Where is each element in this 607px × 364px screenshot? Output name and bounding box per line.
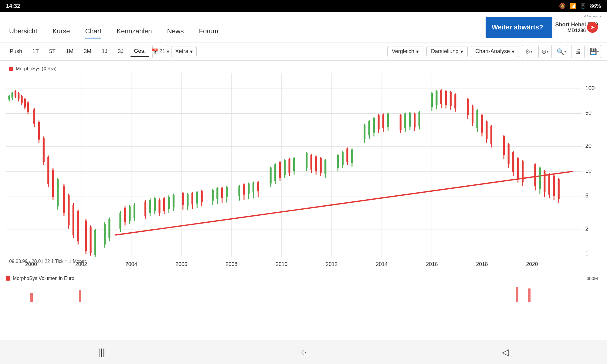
ad-right-panel: Short Hebel 5,00 MD1236 ➤ (552, 17, 601, 38)
timeframe-push[interactable]: Push (6, 46, 26, 56)
svg-rect-131 (253, 183, 254, 192)
svg-rect-61 (47, 157, 49, 184)
chart-analyse-dropdown[interactable]: Chart-Analyse ▾ (471, 46, 519, 57)
svg-rect-205 (481, 115, 483, 133)
bottom-navigation: ||| ○ ◁ (0, 340, 607, 364)
svg-rect-105 (173, 195, 175, 207)
tab-chart[interactable]: Chart (85, 25, 101, 39)
timeframe-1t[interactable]: 1T (29, 46, 42, 56)
svg-rect-157 (337, 155, 339, 168)
svg-rect-109 (187, 194, 188, 206)
svg-text:50: 50 (585, 110, 592, 116)
svg-rect-63 (52, 170, 54, 197)
zoom-in-button[interactable]: 🔍 ▾ (555, 45, 568, 58)
svg-rect-49 (21, 96, 22, 103)
volume-section: MorphoSys Volumen in Euro 600M (0, 273, 607, 303)
home-icon[interactable]: ○ (301, 347, 306, 357)
svg-rect-197 (454, 94, 456, 108)
svg-rect-199 (467, 99, 469, 115)
svg-rect-225 (544, 171, 545, 192)
settings-button[interactable]: ⚙ ▾ (522, 45, 535, 58)
svg-rect-213 (508, 144, 510, 164)
svg-rect-209 (490, 126, 492, 144)
share-button[interactable]: ⊕ ▾ (538, 45, 552, 58)
volume-scale-label: 600M (586, 276, 598, 281)
svg-rect-149 (310, 155, 312, 169)
svg-rect-153 (320, 158, 322, 173)
tab-uebersicht[interactable]: Übersicht (9, 25, 37, 39)
svg-text:2010: 2010 (276, 261, 287, 267)
svg-rect-65 (57, 179, 59, 206)
svg-rect-181 (409, 113, 411, 126)
svg-text:2: 2 (585, 225, 588, 232)
ad-widget[interactable]: Weiter abwärts? Short Hebel 5,00 MD1236 … (486, 17, 601, 38)
svg-text:09.03.99 - 20.01.22   1 Tick =: 09.03.99 - 20.01.22 1 Tick = 1 Monat (9, 259, 86, 264)
svg-rect-41 (8, 96, 10, 99)
svg-rect-59 (43, 138, 45, 162)
svg-rect-193 (445, 91, 447, 105)
timeframe-1m[interactable]: 1M (62, 46, 77, 56)
svg-text:1: 1 (585, 250, 588, 257)
back-icon[interactable]: ◁ (502, 347, 509, 357)
svg-rect-189 (436, 91, 437, 105)
svg-text:2004: 2004 (125, 261, 137, 267)
menu-icon[interactable]: ||| (98, 347, 105, 357)
timeframe-1j[interactable]: 1J (98, 46, 111, 56)
svg-rect-69 (68, 195, 70, 226)
svg-rect-55 (33, 110, 35, 124)
timeframe-ges[interactable]: Ges. (130, 46, 149, 57)
ad-arrow-icon: ➤ (587, 22, 598, 33)
svg-text:2012: 2012 (326, 261, 337, 267)
svg-rect-215 (512, 152, 514, 172)
svg-rect-203 (476, 110, 478, 128)
svg-text:2018: 2018 (476, 261, 488, 267)
darstellung-dropdown[interactable]: Darstellung ▾ (426, 46, 468, 57)
tab-news[interactable]: News (167, 25, 184, 39)
svg-rect-129 (248, 184, 249, 194)
calendar-picker[interactable]: 📅 21 ▾ (152, 45, 168, 58)
exchange-label: Xetra (175, 48, 188, 55)
svg-rect-141 (284, 160, 286, 175)
svg-rect-231 (558, 179, 560, 199)
timeframe-5t[interactable]: 5T (46, 46, 59, 56)
svg-rect-95 (149, 200, 151, 213)
status-time: 14:32 (6, 3, 20, 9)
tab-kennzahlen[interactable]: Kennzahlen (117, 25, 152, 39)
save-button[interactable]: 💾 ▾ (588, 45, 601, 58)
svg-rect-75 (85, 221, 87, 251)
chart-wrapper[interactable]: 100 50 20 10 5 2 1 2000 2002 2004 2006 2… (6, 73, 601, 270)
svg-rect-227 (548, 174, 550, 194)
tab-kurse[interactable]: Kurse (53, 25, 70, 39)
settings-icon: ⚙ (525, 48, 531, 55)
calendar-arrow: ▾ (167, 48, 169, 55)
svg-rect-107 (182, 193, 184, 205)
timeframe-3j[interactable]: 3J (114, 46, 127, 56)
volume-chart (6, 284, 565, 302)
svg-rect-87 (124, 208, 126, 222)
svg-rect-147 (306, 153, 307, 168)
svg-rect-101 (163, 198, 165, 211)
svg-rect-219 (522, 161, 524, 182)
exchange-selector[interactable]: Xetra ▾ (171, 46, 197, 57)
svg-rect-89 (129, 206, 131, 221)
svg-rect-187 (431, 93, 433, 107)
save-icon: 💾 (589, 48, 597, 55)
calendar-label: 21 (159, 48, 165, 55)
timeframe-3m[interactable]: 3M (80, 46, 95, 56)
tab-forum[interactable]: Forum (199, 25, 218, 39)
svg-rect-93 (144, 202, 146, 216)
svg-rect-73 (77, 211, 79, 241)
svg-rect-232 (30, 293, 33, 302)
vergleich-dropdown[interactable]: Vergleich ▾ (387, 46, 423, 57)
svg-rect-233 (79, 290, 81, 302)
svg-rect-97 (154, 198, 156, 211)
svg-rect-111 (192, 193, 193, 204)
svg-rect-223 (539, 167, 541, 189)
svg-rect-201 (472, 106, 473, 123)
svg-text:2014: 2014 (376, 261, 388, 267)
svg-rect-83 (108, 219, 110, 238)
svg-rect-119 (216, 188, 218, 199)
svg-rect-45 (15, 91, 16, 97)
print-button[interactable]: 🖨 (571, 45, 585, 58)
svg-rect-71 (73, 205, 74, 235)
